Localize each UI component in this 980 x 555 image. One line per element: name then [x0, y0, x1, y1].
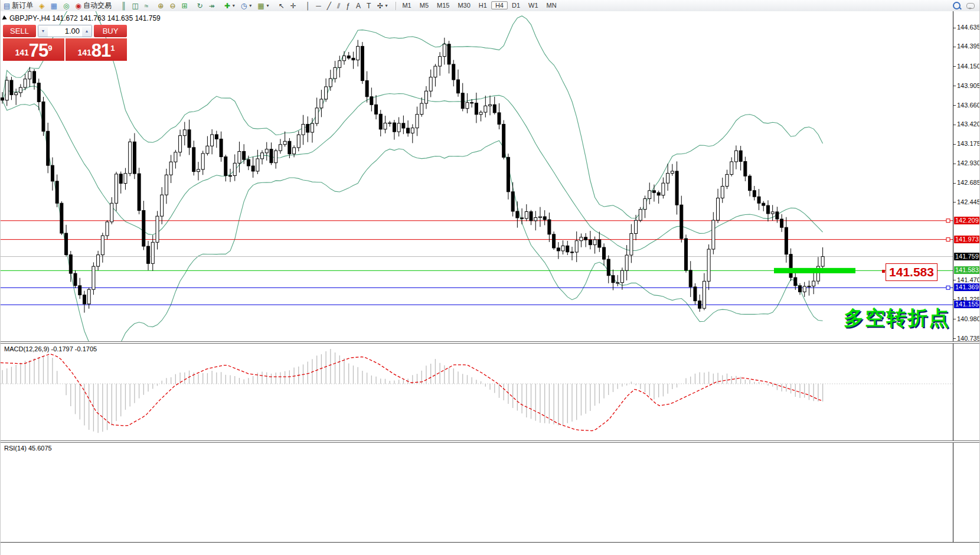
time-axis[interactable] [1, 542, 980, 555]
price-chart-pane[interactable]: GBPJPY-,H4 141.672 141.763 141.635 141.7… [1, 11, 953, 341]
candle [439, 52, 442, 76]
volume-increase-button[interactable]: ▲ [82, 25, 92, 37]
indicators-button[interactable]: ✚▾ [221, 1, 238, 11]
candle-chart-button[interactable]: ◫ [129, 1, 141, 11]
broadcast-icon[interactable]: ◎ [60, 1, 72, 11]
timeframe-h4-button[interactable]: H4 [491, 1, 508, 9]
label-button[interactable]: T [364, 1, 374, 11]
timeframe-m5-button[interactable]: M5 [416, 1, 433, 9]
bar-chart-icon: ║ [121, 1, 126, 11]
autotrade-button[interactable]: ◉自动交易 [72, 1, 114, 11]
rsi-pane[interactable]: RSI(14) 45.6075 [1, 443, 953, 542]
candle [630, 224, 633, 263]
new-order-button[interactable]: ▤新订单 [1, 1, 36, 11]
candle [188, 120, 191, 155]
candle [643, 195, 646, 218]
support-highlight-segment[interactable] [774, 268, 855, 273]
candle [443, 38, 446, 65]
timeframe-m15-button[interactable]: M15 [433, 1, 453, 9]
turning-point-annotation[interactable]: 多空转折点 [844, 305, 950, 332]
candle [762, 201, 765, 211]
candle [538, 207, 541, 227]
candle [147, 241, 150, 270]
candle [279, 139, 282, 154]
periods-button[interactable]: ◷▾ [238, 1, 255, 11]
autotrade-button-label: 自动交易 [83, 1, 112, 11]
vline-button[interactable]: │ [303, 1, 313, 11]
candle [466, 93, 469, 113]
line-chart-button[interactable]: ≈ [142, 1, 152, 11]
candle [516, 201, 519, 228]
candle [434, 64, 437, 86]
candle [379, 110, 382, 136]
macd-chart [1, 344, 953, 440]
level-label-marker[interactable] [882, 270, 885, 273]
hline-button[interactable]: ─ [313, 1, 324, 11]
arrows-button[interactable]: ✣▾ [374, 1, 390, 11]
autotrade-icon: ◉ [75, 1, 81, 11]
text-button[interactable]: A [353, 1, 364, 11]
tile-windows-button[interactable]: ⊞ [178, 1, 190, 11]
arrows-button-dropdown-icon[interactable]: ▾ [385, 3, 387, 8]
buy-button[interactable]: BUY [94, 25, 127, 37]
cursor-button[interactable]: ↖ [276, 1, 288, 11]
indicators-button-dropdown-icon[interactable]: ▾ [233, 3, 235, 8]
collapse-triangle-icon[interactable] [2, 15, 8, 21]
bar-chart-button[interactable]: ║ [118, 1, 129, 11]
candle [534, 211, 537, 230]
macd-pane[interactable]: MACD(12,26,9) -0.1797 -0.1705 [1, 344, 953, 440]
candle [211, 129, 214, 154]
price-axis[interactable]: 144.635144.395144.150143.905143.660143.4… [953, 11, 980, 341]
sell-price-box[interactable]: 141759 [3, 38, 64, 61]
candle [461, 83, 464, 112]
level-line-handle[interactable] [946, 286, 950, 289]
level-line-handle[interactable] [946, 219, 950, 223]
trendline-button[interactable]: ╱ [324, 1, 334, 11]
candle [28, 67, 31, 87]
candle [739, 146, 742, 171]
candle [498, 103, 501, 129]
buy-price-small: 141 [77, 45, 91, 60]
macd-axis[interactable] [953, 344, 980, 440]
candle [365, 71, 368, 103]
candle [694, 283, 697, 305]
rsi-axis[interactable] [953, 443, 980, 542]
timeframe-w1-button[interactable]: W1 [524, 1, 543, 9]
chart-shift-button[interactable]: ↠ [206, 1, 218, 11]
candle [607, 255, 610, 283]
price-level-label[interactable]: 141.583 [886, 263, 937, 281]
market-watch-icon[interactable]: ◈ [36, 1, 47, 11]
volume-decrease-button[interactable]: ▼ [38, 25, 48, 37]
templates-button[interactable]: ▦▾ [254, 1, 272, 11]
chat-icon[interactable] [966, 3, 975, 9]
search-icon[interactable] [953, 2, 961, 9]
price-tick: 140.980 [953, 315, 980, 322]
periods-button-dropdown-icon[interactable]: ▾ [249, 3, 251, 8]
timeframe-m1-button[interactable]: M1 [398, 1, 415, 9]
candle [347, 52, 350, 60]
candle [24, 74, 27, 90]
timeframe-d1-button[interactable]: D1 [508, 1, 524, 9]
level-line-handle[interactable] [946, 238, 950, 241]
timeframe-m30-button[interactable]: M30 [453, 1, 474, 9]
candle [620, 267, 623, 289]
templates-button-dropdown-icon[interactable]: ▾ [267, 3, 269, 8]
zoom-in-button[interactable]: ⊕ [155, 1, 166, 11]
timeframe-mn-button[interactable]: MN [543, 1, 561, 9]
crosshair-button[interactable]: ✛ [288, 1, 299, 11]
fibo-button[interactable]: ƒ [343, 1, 353, 11]
candle [138, 168, 141, 214]
zoom-out-button[interactable]: ⊖ [166, 1, 178, 11]
data-window-icon[interactable]: ▦ [48, 1, 60, 11]
candle [343, 51, 346, 65]
timeframe-h1-button[interactable]: H1 [475, 1, 491, 9]
candle [493, 97, 496, 115]
candle [165, 169, 168, 204]
sell-button[interactable]: SELL [3, 25, 36, 37]
buy-price-box[interactable]: 141811 [66, 38, 127, 61]
channel-button[interactable]: ⫽ [334, 1, 343, 11]
volume-input[interactable] [48, 25, 82, 37]
candle [251, 157, 254, 178]
candle [771, 205, 774, 221]
auto-scroll-button[interactable]: ↻ [194, 1, 206, 11]
